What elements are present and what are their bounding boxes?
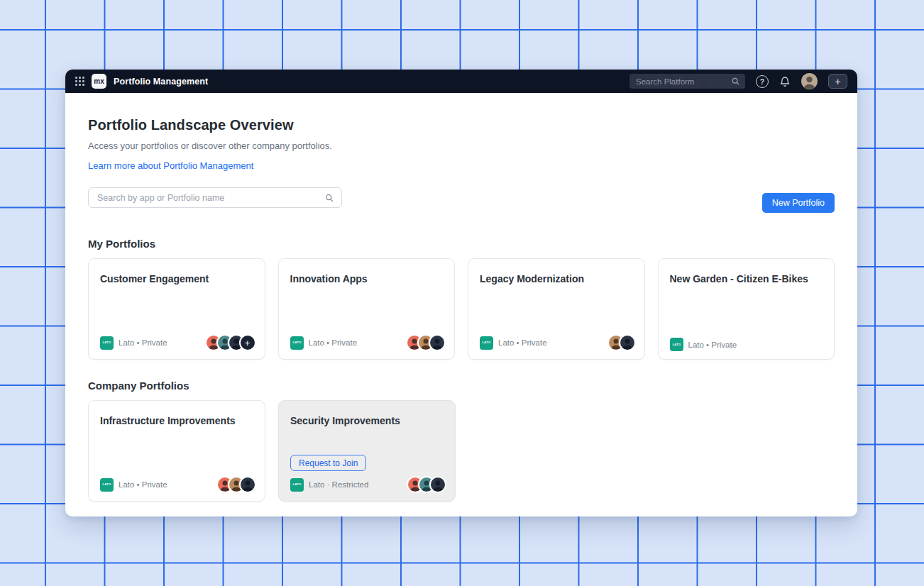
app-titlebar: mx Portfolio Management ? +	[65, 70, 857, 93]
portfolio-org-visibility: Lato • Private	[498, 338, 547, 347]
lato-org-logo: LATO	[480, 336, 493, 350]
member-avatar-stack	[216, 476, 256, 493]
member-avatar	[429, 334, 446, 351]
portfolio-org-visibility: Lato • Private	[119, 480, 167, 489]
page-subtitle: Access your portfolios or discover other…	[88, 140, 835, 151]
portfolio-card[interactable]: Innovation Apps LATO Lato • Private	[278, 258, 456, 360]
page-content: Portfolio Landscape Overview Access your…	[65, 117, 857, 502]
user-avatar[interactable]	[801, 73, 818, 89]
lato-org-logo-text: LATO	[102, 483, 111, 486]
portfolio-card[interactable]: Security Improvements LATO Lato · Restri…	[278, 400, 456, 502]
portfolio-org-visibility: Lato • Private	[119, 338, 167, 347]
portfolio-card-title: Security Improvements	[279, 401, 455, 426]
portfolio-search[interactable]	[88, 187, 342, 208]
portfolio-org-visibility: Lato · Restricted	[309, 480, 368, 489]
create-new-button[interactable]: +	[828, 74, 847, 89]
lato-org-logo-text: LATO	[102, 341, 111, 344]
portfolio-management-window: mx Portfolio Management ? + Portfolio La…	[65, 70, 857, 516]
portfolio-search-input[interactable]	[89, 193, 341, 203]
company-portfolios-grid: Infrastructure Improvements LATO Lato • …	[88, 400, 835, 502]
portfolio-card-title: Customer Engagement	[89, 259, 265, 284]
mendix-logo[interactable]: mx	[92, 74, 106, 89]
portfolio-org-visibility: Lato • Private	[309, 338, 358, 347]
portfolio-card-footer: LATO Lato • Private	[100, 476, 256, 493]
titlebar-left: mx Portfolio Management	[75, 74, 208, 89]
portfolio-card-footer: LATO Lato • Private	[290, 334, 446, 351]
portfolio-card-footer: LATO Lato · Restricted	[290, 476, 446, 493]
toolbar-row: New Portfolio	[88, 187, 835, 213]
member-avatar	[619, 334, 636, 351]
portfolio-card[interactable]: Legacy Modernization LATO Lato • Private	[468, 258, 645, 360]
lato-org-logo-text: LATO	[292, 341, 301, 344]
org-info: LATO Lato • Private	[290, 336, 358, 350]
member-avatar-stack	[607, 334, 636, 351]
lato-org-logo: LATO	[100, 336, 114, 350]
lato-org-logo: LATO	[670, 338, 683, 351]
my-portfolios-grid: Customer Engagement LATO Lato • Private …	[88, 258, 835, 360]
desktop-background: mx Portfolio Management ? + Portfolio La…	[0, 0, 924, 586]
org-info: LATO Lato • Private	[480, 336, 547, 350]
lato-org-logo: LATO	[100, 478, 114, 492]
portfolio-card-title: Infrastructure Improvements	[89, 401, 265, 426]
portfolio-card-title: Innovation Apps	[279, 259, 455, 284]
page-title: Portfolio Landscape Overview	[88, 117, 835, 133]
platform-search-input[interactable]	[629, 77, 762, 86]
search-icon	[731, 77, 740, 86]
portfolio-card[interactable]: Customer Engagement LATO Lato • Private …	[88, 258, 265, 360]
member-avatar-stack	[407, 476, 446, 493]
portfolio-card-footer: LATO Lato • Private +	[100, 334, 256, 351]
portfolio-card-footer: LATO Lato • Private	[480, 334, 636, 351]
add-member-button[interactable]: +	[239, 334, 256, 351]
member-avatar-stack: +	[205, 334, 256, 351]
portfolio-search-icon	[324, 193, 334, 203]
my-portfolios-section: My Portfolios Customer Engagement LATO L…	[88, 238, 835, 360]
member-avatar	[429, 476, 446, 493]
portfolio-card-footer: LATO Lato • Private	[670, 338, 826, 351]
platform-search[interactable]	[629, 74, 745, 89]
org-info: LATO Lato • Private	[100, 336, 167, 350]
app-title: Portfolio Management	[114, 77, 208, 87]
portfolio-card[interactable]: New Garden - Citizen E-Bikes LATO Lato •…	[658, 258, 835, 360]
portfolio-card[interactable]: Infrastructure Improvements LATO Lato • …	[88, 400, 265, 502]
new-portfolio-button[interactable]: New Portfolio	[762, 193, 835, 213]
request-to-join-button[interactable]: Request to Join	[290, 455, 366, 471]
lato-org-logo: LATO	[290, 478, 304, 492]
portfolio-card-title: Legacy Modernization	[468, 259, 644, 284]
section-heading-my-portfolios: My Portfolios	[88, 238, 835, 250]
section-heading-company-portfolios: Company Portfolios	[88, 380, 835, 392]
member-avatar	[239, 476, 256, 493]
lato-org-logo: LATO	[290, 336, 304, 350]
app-launcher-icon[interactable]	[75, 77, 84, 86]
org-info: LATO Lato • Private	[100, 478, 167, 492]
portfolio-org-visibility: Lato • Private	[688, 341, 737, 349]
member-avatar-stack	[406, 334, 446, 351]
lato-org-logo-text: LATO	[482, 341, 490, 344]
titlebar-right: ? +	[629, 73, 847, 89]
portfolio-card-title: New Garden - Citizen E-Bikes	[659, 259, 835, 284]
mendix-logo-text: mx	[94, 77, 104, 85]
org-info: LATO Lato · Restricted	[290, 478, 368, 492]
lato-org-logo-text: LATO	[292, 483, 301, 486]
lato-org-logo-text: LATO	[672, 343, 681, 345]
org-info: LATO Lato • Private	[670, 338, 737, 351]
learn-more-link[interactable]: Learn more about Portfolio Management	[88, 160, 253, 171]
company-portfolios-section: Company Portfolios Infrastructure Improv…	[88, 380, 835, 502]
notifications-icon[interactable]	[779, 76, 791, 87]
